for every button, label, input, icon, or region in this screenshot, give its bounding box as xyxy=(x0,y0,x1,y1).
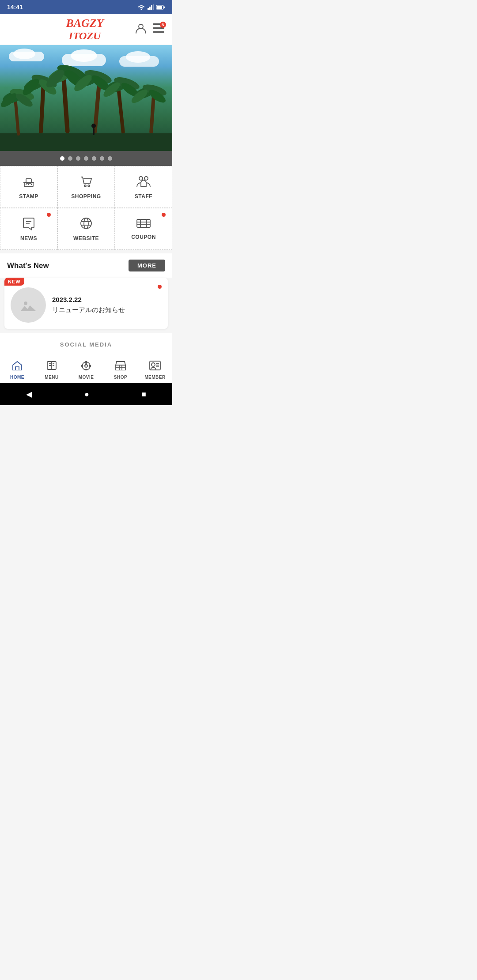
header-icons: N xyxy=(135,23,164,37)
battery-icon xyxy=(156,5,165,10)
menu-item-shopping[interactable]: SHOPPING xyxy=(57,166,115,208)
nav-member[interactable]: MEMBER xyxy=(138,356,172,383)
dot-5[interactable] xyxy=(92,156,96,161)
shop-icon xyxy=(115,361,126,373)
menu-item-website[interactable]: WEBSITE xyxy=(57,208,115,250)
whats-new-section: What's New MORE xyxy=(0,253,172,278)
more-button[interactable]: MORE xyxy=(129,260,165,271)
cloud-3b xyxy=(126,51,150,63)
svg-point-57 xyxy=(84,218,88,229)
nav-shop[interactable]: SHOP xyxy=(103,356,138,383)
svg-point-52 xyxy=(139,177,143,180)
news-dot xyxy=(158,285,162,289)
svg-point-53 xyxy=(144,177,148,180)
nav-menu[interactable]: MENU xyxy=(34,356,69,383)
svg-rect-6 xyxy=(164,6,165,8)
movie-icon xyxy=(81,361,91,373)
svg-point-51 xyxy=(88,185,90,187)
dot-3[interactable] xyxy=(76,156,80,161)
logo-text: BAGZY ITOZU xyxy=(66,17,103,41)
news-title: リニューアルのお知らせ xyxy=(52,306,162,314)
hero-banner[interactable] xyxy=(0,45,172,151)
svg-rect-2 xyxy=(151,5,152,10)
svg-rect-42 xyxy=(93,128,95,135)
news-content: 2023.2.22 リニューアルのお知らせ xyxy=(52,292,162,314)
svg-rect-12 xyxy=(14,98,20,136)
dot-6[interactable] xyxy=(100,156,104,161)
svg-rect-17 xyxy=(39,85,45,133)
menu-item-stamp[interactable]: STAMP xyxy=(0,166,57,208)
nav-member-label: MEMBER xyxy=(144,375,165,380)
status-icons xyxy=(138,4,165,10)
recents-button[interactable]: ■ xyxy=(141,390,146,399)
website-icon xyxy=(79,216,93,233)
menu-item-news[interactable]: NEWS xyxy=(0,208,57,250)
user-icon xyxy=(135,23,147,34)
home-button[interactable]: ● xyxy=(84,390,89,399)
whats-new-title: What's New xyxy=(7,261,49,270)
app-header: BAGZY ITOZU N xyxy=(0,14,172,45)
staff-label: STAFF xyxy=(135,193,152,200)
svg-point-82 xyxy=(151,363,155,366)
nav-home-label: HOME xyxy=(10,375,24,380)
menu-grid: STAMP SHOPPING STAFF xyxy=(0,166,172,250)
svg-rect-10 xyxy=(153,31,164,33)
svg-point-50 xyxy=(84,185,86,187)
news-new-badge: NEW xyxy=(4,278,24,286)
website-label: WEBSITE xyxy=(73,235,99,241)
shopping-icon xyxy=(79,174,93,191)
back-button[interactable]: ◀ xyxy=(26,389,32,399)
nav-movie-label: MOVIE xyxy=(79,375,94,380)
news-thumbnail xyxy=(11,287,46,323)
svg-rect-67 xyxy=(15,367,19,370)
profile-button[interactable] xyxy=(135,23,147,37)
dot-4[interactable] xyxy=(84,156,88,161)
menu-item-coupon[interactable]: COUPON xyxy=(115,208,172,250)
news-date: 2023.2.22 xyxy=(52,296,162,303)
svg-rect-5 xyxy=(157,6,162,9)
dot-2[interactable] xyxy=(68,156,72,161)
shopping-label: SHOPPING xyxy=(71,193,101,200)
stamp-icon xyxy=(22,174,36,191)
carousel-dots xyxy=(0,151,172,166)
social-media-label: SOCIAL MEDIA xyxy=(60,341,112,348)
svg-rect-37 xyxy=(149,94,155,133)
svg-point-43 xyxy=(91,124,96,128)
member-icon xyxy=(149,361,161,373)
nav-home[interactable]: HOME xyxy=(0,356,34,383)
news-unread-dot xyxy=(47,213,51,217)
menu-item-staff[interactable]: STAFF xyxy=(115,166,172,208)
svg-rect-22 xyxy=(61,76,70,133)
svg-rect-3 xyxy=(153,4,154,10)
coupon-icon xyxy=(136,218,151,231)
svg-point-66 xyxy=(24,302,27,305)
dot-1[interactable] xyxy=(60,156,64,161)
news-icon xyxy=(22,216,36,233)
cloud-2b xyxy=(71,49,97,62)
svg-rect-60 xyxy=(137,219,150,227)
hero-image xyxy=(0,45,172,151)
notification-badge: N xyxy=(160,22,166,28)
nav-menu-label: MENU xyxy=(45,375,58,380)
svg-rect-11 xyxy=(0,133,172,151)
coupon-label: COUPON xyxy=(131,234,156,240)
android-nav-bar: ◀ ● ■ xyxy=(0,383,172,405)
news-card[interactable]: NEW 2023.2.22 リニューアルのお知らせ xyxy=(4,278,168,329)
home-icon xyxy=(12,361,23,373)
bottom-nav: HOME MENU MOVIE xyxy=(0,356,172,383)
signal-icon xyxy=(148,4,154,10)
nav-shop-label: SHOP xyxy=(114,375,127,380)
nav-movie[interactable]: MOVIE xyxy=(69,356,103,383)
social-media-section: SOCIAL MEDIA xyxy=(0,333,172,356)
svg-rect-32 xyxy=(117,87,125,133)
image-placeholder-icon xyxy=(20,299,36,311)
dot-7[interactable] xyxy=(108,156,112,161)
coupon-unread-dot xyxy=(162,213,166,217)
palm-trees-svg xyxy=(0,63,172,151)
news-label: NEWS xyxy=(20,235,37,241)
staff-icon xyxy=(136,174,151,191)
header-logo: BAGZY ITOZU xyxy=(34,17,135,41)
stamp-label: STAMP xyxy=(19,193,38,200)
menu-button[interactable]: N xyxy=(153,23,164,36)
svg-rect-1 xyxy=(149,7,151,10)
